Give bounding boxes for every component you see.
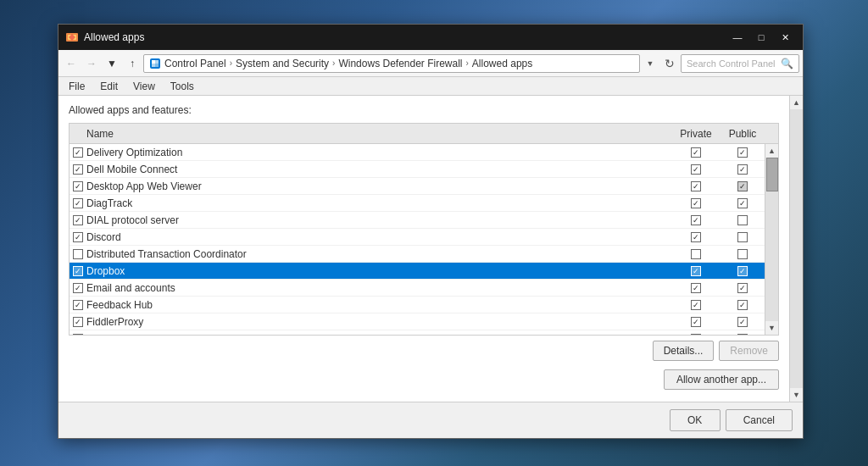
main-content: Allowed apps and features: Name Private … — [58, 96, 803, 402]
public-checkbox[interactable] — [737, 317, 748, 327]
menu-edit[interactable]: Edit — [93, 79, 125, 94]
public-checkbox[interactable] — [737, 334, 748, 336]
menu-file[interactable]: File — [62, 79, 92, 94]
table-row[interactable]: Dell Mobile Connect — [70, 161, 765, 178]
row-checkbox[interactable] — [73, 334, 83, 336]
public-checkbox[interactable] — [737, 147, 748, 158]
menu-view[interactable]: View — [126, 79, 162, 94]
row-checkbox[interactable] — [73, 266, 83, 276]
remove-button[interactable]: Remove — [719, 341, 779, 361]
row-label: File and Printer Sharing — [86, 333, 671, 336]
table-scrollbar[interactable]: ▲ ▼ — [765, 144, 778, 335]
details-button[interactable]: Details... — [653, 341, 715, 361]
svg-rect-5 — [152, 64, 155, 67]
table-buttons: Details... Remove — [69, 336, 779, 366]
public-checkbox[interactable] — [737, 249, 748, 259]
path-dropdown-button[interactable]: ▼ — [642, 55, 659, 72]
main-scrollbar[interactable]: ▲ ▼ — [789, 96, 803, 402]
dropdown-button[interactable]: ▼ — [103, 54, 121, 73]
back-button[interactable]: ← — [62, 54, 81, 73]
scroll-down-arrow[interactable]: ▼ — [765, 321, 779, 335]
private-checkbox[interactable] — [691, 215, 701, 225]
row-checkbox[interactable] — [73, 198, 83, 208]
table-row[interactable]: Discord — [70, 229, 765, 246]
window-footer: OK Cancel — [58, 402, 803, 438]
window-title: Allowed apps — [84, 31, 726, 43]
row-checkbox[interactable] — [73, 181, 83, 191]
private-checkbox[interactable] — [691, 249, 701, 259]
allow-another-button[interactable]: Allow another app... — [664, 369, 779, 390]
public-checkbox[interactable] — [737, 215, 748, 225]
table-row[interactable]: DIAL protocol server — [70, 212, 765, 229]
cancel-button[interactable]: Cancel — [726, 409, 793, 431]
table-row[interactable]: Distributed Transaction Coordinator — [70, 246, 765, 263]
public-checkbox[interactable] — [737, 181, 748, 191]
search-box[interactable]: Search Control Panel 🔍 — [681, 54, 799, 73]
public-checkbox[interactable] — [737, 266, 748, 276]
row-label: Discord — [86, 231, 671, 243]
allowed-apps-window: Allowed apps — □ ✕ ← → ▼ ↑ Control Panel… — [58, 24, 804, 439]
private-checkbox[interactable] — [691, 198, 701, 208]
path-allowed-apps: Allowed apps — [472, 58, 532, 69]
address-bar: ← → ▼ ↑ Control Panel › System and Secur… — [58, 50, 803, 77]
forward-button[interactable]: → — [82, 54, 101, 73]
row-checkbox[interactable] — [73, 283, 83, 293]
row-checkbox[interactable] — [73, 215, 83, 225]
private-checkbox[interactable] — [691, 266, 701, 276]
private-checkbox[interactable] — [691, 181, 701, 191]
private-checkbox[interactable] — [691, 334, 701, 336]
public-checkbox[interactable] — [737, 164, 748, 175]
main-scroll-down[interactable]: ▼ — [790, 388, 803, 402]
table-row[interactable]: Email and accounts — [70, 280, 765, 297]
public-checkbox[interactable] — [737, 283, 748, 293]
row-checkbox[interactable] — [73, 232, 83, 242]
private-checkbox[interactable] — [691, 164, 701, 175]
scroll-thumb[interactable] — [766, 158, 778, 191]
private-checkbox[interactable] — [691, 147, 701, 158]
table-row[interactable]: File and Printer Sharing — [70, 330, 765, 335]
window-controls: — □ ✕ — [726, 29, 796, 46]
main-scroll-up[interactable]: ▲ — [790, 96, 803, 109]
private-checkbox[interactable] — [691, 317, 701, 327]
scroll-track[interactable] — [765, 158, 778, 321]
row-checkbox[interactable] — [73, 249, 83, 259]
public-checkbox[interactable] — [737, 300, 748, 310]
scroll-up-arrow[interactable]: ▲ — [765, 144, 779, 158]
private-checkbox[interactable] — [691, 283, 701, 293]
menu-tools[interactable]: Tools — [164, 79, 201, 94]
main-scroll-track[interactable] — [790, 109, 803, 388]
row-checkbox[interactable] — [73, 317, 83, 327]
table-row[interactable]: DiagTrack — [70, 195, 765, 212]
table-row[interactable]: FiddlerProxy — [70, 313, 765, 330]
up-button[interactable]: ↑ — [123, 54, 142, 73]
ok-button[interactable]: OK — [670, 409, 721, 431]
row-checkbox[interactable] — [73, 147, 83, 158]
row-label: Desktop App Web Viewer — [86, 180, 671, 192]
row-checkbox[interactable] — [73, 164, 83, 175]
table-row[interactable]: Delivery Optimization — [70, 144, 765, 161]
svg-rect-3 — [152, 60, 155, 64]
col-public-header: Public — [721, 128, 765, 140]
row-label: DiagTrack — [86, 197, 671, 209]
table-row[interactable]: Feedback Hub — [70, 297, 765, 313]
title-bar: Allowed apps — □ ✕ — [58, 25, 803, 50]
refresh-button[interactable]: ↻ — [660, 54, 679, 73]
minimize-button[interactable]: — — [726, 29, 748, 46]
private-checkbox[interactable] — [691, 300, 701, 310]
address-path[interactable]: Control Panel › System and Security › Wi… — [143, 54, 640, 73]
row-checkbox[interactable] — [73, 300, 83, 310]
public-checkbox[interactable] — [737, 198, 748, 208]
public-checkbox[interactable] — [737, 232, 748, 242]
private-checkbox[interactable] — [691, 232, 701, 242]
table-row[interactable]: Desktop App Web Viewer — [70, 178, 765, 195]
table-body: Delivery Optimization Dell Mobile Connec… — [70, 144, 765, 335]
row-label: Distributed Transaction Coordinator — [86, 248, 671, 260]
row-label: FiddlerProxy — [86, 316, 671, 328]
close-button[interactable]: ✕ — [774, 29, 796, 46]
table-row-selected[interactable]: Dropbox — [70, 263, 765, 280]
apps-table: Name Private Public Delivery Optimizatio… — [69, 123, 779, 336]
maximize-button[interactable]: □ — [750, 29, 772, 46]
path-firewall: Windows Defender Firewall — [338, 58, 462, 69]
path-system-security: System and Security — [236, 58, 329, 69]
row-label: Feedback Hub — [86, 299, 671, 311]
